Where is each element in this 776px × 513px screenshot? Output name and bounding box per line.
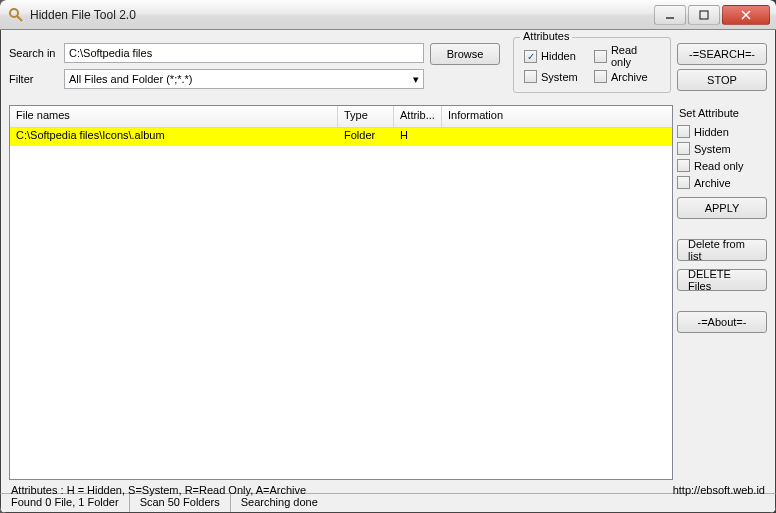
cell-info <box>442 128 672 146</box>
attributes-group: Attributes ✓ Hidden Read only System <box>513 37 671 93</box>
cell-name: C:\Softpedia files\Icons\.album <box>10 128 338 146</box>
set-readonly-checkbox[interactable]: Read only <box>677 159 767 172</box>
hidden-label: Hidden <box>541 50 576 62</box>
system-checkbox[interactable]: System <box>524 70 590 83</box>
minimize-button[interactable] <box>654 5 686 25</box>
right-panel: Set Attribute Hidden System Read only Ar… <box>677 105 767 480</box>
filter-value: All Files and Folder (*;*.*) <box>69 73 193 85</box>
delete-files-button[interactable]: DELETE Files <box>677 269 767 291</box>
close-button[interactable] <box>722 5 770 25</box>
action-col: -=SEARCH=- STOP <box>677 35 767 95</box>
set-attribute-label: Set Attribute <box>679 107 767 119</box>
checkbox-icon <box>524 70 537 83</box>
search-block: Search in Filter All Files and Folder (*… <box>9 35 424 95</box>
results-table[interactable]: File names Type Attrib... Information C:… <box>9 105 673 480</box>
browse-button[interactable]: Browse <box>430 43 500 65</box>
readonly-checkbox[interactable]: Read only <box>594 44 660 68</box>
archive-label: Archive <box>611 71 648 83</box>
set-hidden-label: Hidden <box>694 126 729 138</box>
cell-type: Folder <box>338 128 394 146</box>
checkbox-icon <box>594 50 607 63</box>
search-in-label: Search in <box>9 47 64 59</box>
archive-checkbox[interactable]: Archive <box>594 70 660 83</box>
delete-from-list-button[interactable]: Delete from list <box>677 239 767 261</box>
status-scan: Scan 50 Folders <box>130 494 231 512</box>
attributes-legend: Attributes <box>520 30 572 42</box>
filter-label: Filter <box>9 73 64 85</box>
status-state: Searching done <box>231 494 775 512</box>
col-file-names[interactable]: File names <box>10 106 338 127</box>
system-label: System <box>541 71 578 83</box>
svg-point-0 <box>10 9 18 17</box>
browse-col: Browse <box>430 35 500 95</box>
set-system-checkbox[interactable]: System <box>677 142 767 155</box>
status-found: Found 0 File, 1 Folder <box>1 494 130 512</box>
main-area: File names Type Attrib... Information C:… <box>9 105 767 480</box>
svg-rect-3 <box>700 11 708 19</box>
svg-line-1 <box>17 16 22 21</box>
set-readonly-label: Read only <box>694 160 744 172</box>
checkbox-icon <box>677 125 690 138</box>
checkbox-icon <box>677 142 690 155</box>
table-header: File names Type Attrib... Information <box>10 106 672 128</box>
set-hidden-checkbox[interactable]: Hidden <box>677 125 767 138</box>
checkbox-icon <box>677 176 690 189</box>
table-row[interactable]: C:\Softpedia files\Icons\.album Folder H <box>10 128 672 146</box>
set-archive-label: Archive <box>694 177 731 189</box>
about-button[interactable]: -=About=- <box>677 311 767 333</box>
window-controls <box>654 5 770 25</box>
window: Hidden File Tool 2.0 Search in Filter Al… <box>0 0 776 513</box>
set-system-label: System <box>694 143 731 155</box>
dropdown-arrow-icon: ▾ <box>413 73 419 86</box>
checkbox-icon: ✓ <box>524 50 537 63</box>
statusbar: Found 0 File, 1 Folder Scan 50 Folders S… <box>0 493 776 513</box>
hidden-checkbox[interactable]: ✓ Hidden <box>524 44 590 68</box>
stop-button[interactable]: STOP <box>677 69 767 91</box>
set-archive-checkbox[interactable]: Archive <box>677 176 767 189</box>
apply-button[interactable]: APPLY <box>677 197 767 219</box>
window-title: Hidden File Tool 2.0 <box>30 8 654 22</box>
cell-attrib: H <box>394 128 442 146</box>
filter-combobox[interactable]: All Files and Folder (*;*.*) ▾ <box>64 69 424 89</box>
top-panel: Search in Filter All Files and Folder (*… <box>9 35 767 95</box>
search-path-input[interactable] <box>64 43 424 63</box>
titlebar[interactable]: Hidden File Tool 2.0 <box>0 0 776 30</box>
app-icon <box>8 7 24 23</box>
checkbox-icon <box>594 70 607 83</box>
col-information[interactable]: Information <box>442 106 672 127</box>
readonly-label: Read only <box>611 44 660 68</box>
search-button[interactable]: -=SEARCH=- <box>677 43 767 65</box>
maximize-button[interactable] <box>688 5 720 25</box>
checkbox-icon <box>677 159 690 172</box>
col-attrib[interactable]: Attrib... <box>394 106 442 127</box>
client-area: Search in Filter All Files and Folder (*… <box>0 30 776 493</box>
col-type[interactable]: Type <box>338 106 394 127</box>
